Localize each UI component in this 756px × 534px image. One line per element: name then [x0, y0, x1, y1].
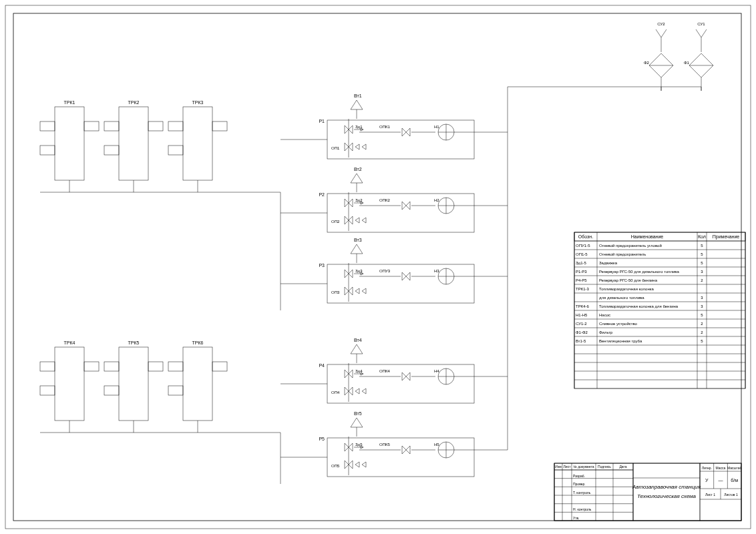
svg-text:Масса: Масса	[716, 466, 726, 470]
svg-text:Фильтр: Фильтр	[599, 330, 613, 334]
svg-rect-59	[327, 194, 474, 232]
svg-text:Вт5: Вт5	[354, 411, 362, 416]
svg-text:Р5: Р5	[319, 437, 325, 441]
svg-text:Р1-Р3: Р1-Р3	[576, 270, 587, 274]
svg-rect-14	[168, 121, 183, 131]
svg-text:Огневой предохранитель: Огневой предохранитель	[599, 252, 646, 256]
svg-text:Автозаправочная станция: Автозаправочная станция	[632, 484, 701, 490]
svg-text:3: 3	[701, 296, 703, 300]
svg-text:Вт1: Вт1	[354, 93, 362, 98]
svg-text:ОП3: ОП3	[331, 290, 340, 294]
svg-text:ТРК4-6: ТРК4-6	[576, 304, 589, 308]
svg-text:ТРК2: ТРК2	[128, 100, 140, 105]
svg-text:ТРК1: ТРК1	[64, 100, 75, 105]
svg-text:б/м: б/м	[731, 478, 738, 483]
svg-rect-25	[84, 362, 99, 371]
svg-text:—: —	[719, 478, 723, 483]
svg-text:ОПУ3: ОПУ3	[379, 269, 391, 273]
svg-text:Вт2: Вт2	[354, 167, 362, 172]
svg-text:ОП2: ОП2	[331, 220, 340, 224]
svg-text:2: 2	[701, 322, 703, 326]
svg-text:Вт4: Вт4	[354, 338, 362, 342]
reservoir: Вт3Р3Зд3ОП3ОПУ3Н3	[319, 238, 474, 303]
svg-text:Листов 1: Листов 1	[724, 493, 738, 497]
svg-text:Зд4: Зд4	[355, 369, 363, 373]
svg-text:Насос: Насос	[599, 313, 610, 317]
svg-rect-4	[40, 121, 55, 131]
svg-rect-8	[119, 107, 148, 180]
svg-text:ОП1-5: ОП1-5	[576, 252, 588, 256]
svg-text:ОПК2: ОПК2	[379, 198, 390, 202]
svg-text:Сливное устройство: Сливное устройство	[599, 322, 638, 326]
svg-text:ОПК4: ОПК4	[379, 369, 390, 373]
svg-text:ОПК1: ОПК1	[379, 125, 390, 129]
svg-text:Р4: Р4	[319, 363, 325, 368]
svg-text:СУ1: СУ1	[697, 22, 705, 26]
svg-rect-22	[55, 347, 84, 421]
svg-text:Р3: Р3	[319, 263, 325, 268]
svg-rect-9	[104, 121, 119, 131]
svg-text:Н3: Н3	[434, 269, 439, 273]
svg-rect-15	[168, 146, 183, 155]
svg-text:Зд1-5: Зд1-5	[576, 261, 586, 265]
svg-text:ОП4: ОП4	[331, 390, 340, 394]
svg-text:Н4: Н4	[434, 369, 439, 373]
svg-text:Н5: Н5	[434, 443, 439, 447]
svg-text:5: 5	[701, 313, 703, 317]
svg-text:Обозн.: Обозн.	[578, 234, 593, 239]
svg-text:Р2: Р2	[319, 192, 325, 197]
svg-text:5: 5	[701, 252, 703, 256]
svg-text:ТРК1-3: ТРК1-3	[576, 287, 589, 291]
svg-text:Лист: Лист	[564, 465, 572, 469]
svg-text:2: 2	[701, 278, 703, 282]
svg-text:ТРК4: ТРК4	[64, 340, 75, 345]
svg-text:Зд3: Зд3	[355, 269, 363, 273]
svg-text:Кол: Кол	[698, 234, 706, 239]
svg-text:Огневой предохранитель угловой: Огневой предохранитель угловой	[599, 244, 662, 248]
svg-text:Зд2: Зд2	[355, 198, 363, 202]
svg-line-138	[656, 29, 661, 37]
svg-text:СУ2: СУ2	[657, 22, 665, 26]
svg-text:Зд5: Зд5	[355, 443, 363, 447]
svg-text:Утв.: Утв.	[573, 516, 580, 520]
svg-line-139	[661, 29, 667, 37]
svg-text:Топливораздаточная колонка: Топливораздаточная колонка	[599, 287, 654, 291]
svg-text:3: 3	[701, 304, 703, 308]
svg-rect-3	[55, 107, 84, 180]
svg-rect-24	[40, 386, 55, 395]
svg-text:Н1-Н5: Н1-Н5	[576, 313, 588, 317]
svg-rect-6	[84, 121, 99, 131]
svg-text:СУ1-2: СУ1-2	[576, 322, 587, 326]
svg-text:Н2: Н2	[434, 198, 439, 202]
svg-rect-43	[327, 120, 474, 159]
svg-text:Вт3: Вт3	[354, 238, 362, 242]
reservoir: Вт2Р2Зд2ОП2ОПК2Н2	[319, 167, 474, 232]
svg-text:Масштаб: Масштаб	[727, 466, 742, 470]
svg-text:Подпись: Подпись	[598, 465, 611, 469]
svg-line-145	[696, 29, 701, 37]
svg-text:Топливораздаточная колонка для: Топливораздаточная колонка для бензина	[599, 304, 679, 308]
svg-text:Ф1-Ф2: Ф1-Ф2	[576, 330, 588, 334]
svg-text:ОП5: ОП5	[331, 464, 340, 468]
svg-text:Н. контроль: Н. контроль	[573, 507, 592, 511]
svg-text:ОП1: ОП1	[331, 146, 340, 150]
svg-text:Провер.: Провер.	[573, 482, 586, 486]
svg-rect-35	[212, 362, 227, 371]
svg-rect-33	[168, 362, 183, 371]
reservoir: Вт5Р5Зд5ОП5ОПК5Н5	[319, 411, 474, 477]
svg-rect-11	[148, 121, 163, 131]
svg-rect-5	[40, 146, 55, 155]
svg-rect-75	[327, 264, 474, 303]
svg-rect-107	[327, 438, 474, 477]
svg-text:Задвижка: Задвижка	[599, 261, 618, 265]
svg-text:№ документа: № документа	[573, 465, 594, 469]
svg-rect-10	[104, 146, 119, 155]
reservoir: Вт1Р1Зд1ОП1ОПК1Н1	[319, 93, 474, 159]
svg-rect-23	[40, 362, 55, 371]
svg-text:Технологическая схема: Технологическая схема	[637, 493, 697, 499]
svg-rect-29	[104, 386, 119, 395]
svg-text:Т. контроль: Т. контроль	[573, 491, 591, 495]
svg-text:Дата: Дата	[619, 465, 626, 469]
svg-text:Наименование: Наименование	[631, 234, 664, 239]
svg-text:5: 5	[701, 244, 703, 248]
